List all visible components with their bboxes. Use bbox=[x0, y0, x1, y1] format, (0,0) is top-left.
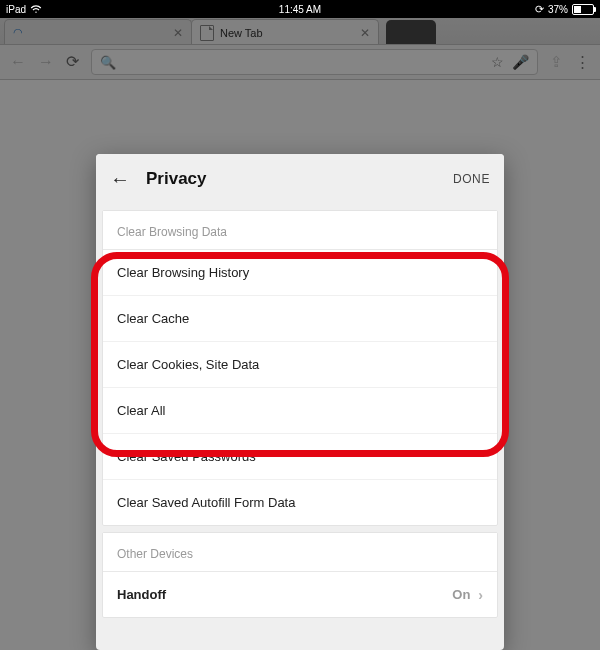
privacy-settings-modal: ← Privacy DONE Clear Browsing Data Clear… bbox=[96, 154, 504, 650]
battery-icon bbox=[572, 4, 594, 15]
row-label: Clear Saved Passwords bbox=[117, 449, 256, 464]
row-clear-cookies[interactable]: Clear Cookies, Site Data bbox=[103, 341, 497, 387]
modal-body: Clear Browsing Data Clear Browsing Histo… bbox=[96, 204, 504, 650]
section-clear-browsing-data: Clear Browsing Data Clear Browsing Histo… bbox=[102, 210, 498, 526]
row-label: Clear Browsing History bbox=[117, 265, 249, 280]
row-label: Clear All bbox=[117, 403, 165, 418]
row-value: On bbox=[452, 587, 470, 602]
row-clear-saved-autofill[interactable]: Clear Saved Autofill Form Data bbox=[103, 479, 497, 525]
wifi-icon bbox=[30, 4, 42, 14]
row-label: Handoff bbox=[117, 587, 166, 602]
device-label: iPad bbox=[6, 4, 26, 15]
row-label: Clear Cookies, Site Data bbox=[117, 357, 259, 372]
row-handoff[interactable]: Handoff On › bbox=[103, 571, 497, 617]
section-header: Other Devices bbox=[103, 533, 497, 571]
chevron-right-icon: › bbox=[478, 587, 483, 603]
modal-header: ← Privacy DONE bbox=[96, 154, 504, 204]
row-clear-cache[interactable]: Clear Cache bbox=[103, 295, 497, 341]
row-label: Clear Cache bbox=[117, 311, 189, 326]
battery-percentage: 37% bbox=[548, 4, 568, 15]
clock: 11:45 AM bbox=[279, 4, 321, 15]
done-button[interactable]: DONE bbox=[453, 172, 490, 186]
row-clear-all[interactable]: Clear All bbox=[103, 387, 497, 433]
section-other-devices: Other Devices Handoff On › bbox=[102, 532, 498, 618]
rotation-lock-icon: ⟳ bbox=[535, 3, 544, 16]
modal-title: Privacy bbox=[146, 169, 207, 189]
row-clear-saved-passwords[interactable]: Clear Saved Passwords bbox=[103, 433, 497, 479]
section-header: Clear Browsing Data bbox=[103, 211, 497, 249]
status-bar: iPad 11:45 AM ⟳ 37% bbox=[0, 0, 600, 18]
row-clear-browsing-history[interactable]: Clear Browsing History bbox=[103, 249, 497, 295]
back-button[interactable]: ← bbox=[110, 169, 130, 189]
row-label: Clear Saved Autofill Form Data bbox=[117, 495, 295, 510]
